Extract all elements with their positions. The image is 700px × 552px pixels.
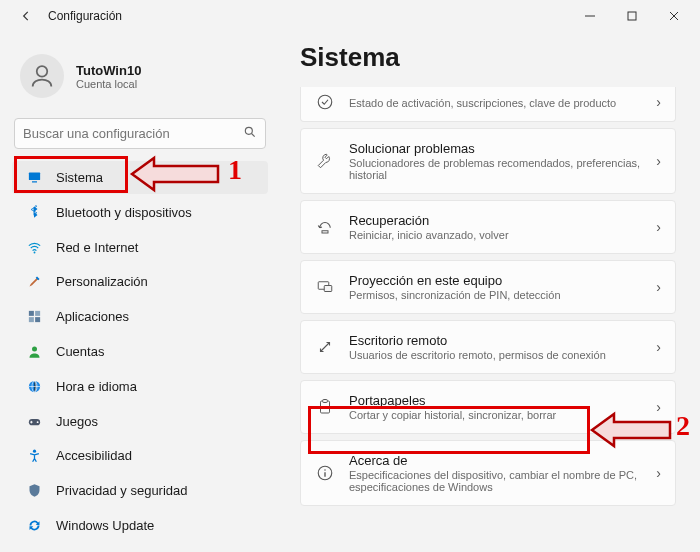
person-icon [26, 344, 42, 360]
sidebar-item-hora[interactable]: Hora e idioma [12, 370, 268, 403]
card-recuperacion[interactable]: Recuperación Reiniciar, inicio avanzado,… [300, 200, 676, 254]
activation-icon [315, 93, 335, 111]
chevron-right-icon: › [656, 339, 661, 355]
card-sub: Especificaciones del dispositivo, cambia… [349, 469, 642, 493]
card-title: Portapapeles [349, 393, 642, 408]
brush-icon [26, 274, 42, 290]
apps-icon [26, 309, 42, 325]
sidebar-item-label: Accesibilidad [56, 448, 132, 463]
card-solucionar[interactable]: Solucionar problemas Solucionadores de p… [300, 128, 676, 194]
sidebar-item-label: Bluetooth y dispositivos [56, 205, 192, 220]
projection-icon [315, 278, 335, 296]
clipboard-icon [315, 398, 335, 416]
svg-point-25 [324, 469, 326, 471]
sidebar-item-label: Cuentas [56, 344, 104, 359]
wifi-icon [26, 239, 42, 255]
sidebar-item-accesibilidad[interactable]: Accesibilidad [12, 440, 268, 473]
svg-rect-23 [323, 400, 328, 403]
main-panel: Sistema Estado de activación, suscripcio… [280, 32, 700, 552]
sidebar-item-label: Privacidad y seguridad [56, 483, 188, 498]
gaming-icon [26, 413, 42, 429]
chevron-right-icon: › [656, 279, 661, 295]
svg-point-2 [37, 66, 48, 77]
back-button[interactable] [16, 6, 36, 26]
chevron-right-icon: › [656, 219, 661, 235]
profile-sub: Cuenta local [76, 78, 141, 90]
sidebar-item-label: Red e Internet [56, 240, 138, 255]
chevron-right-icon: › [656, 399, 661, 415]
svg-rect-11 [35, 317, 40, 322]
minimize-button[interactable] [572, 4, 608, 28]
card-proyeccion[interactable]: Proyección en este equipo Permisos, sinc… [300, 260, 676, 314]
card-sub: Estado de activación, suscripciones, cla… [349, 97, 642, 109]
profile-name: TutoWin10 [76, 63, 141, 78]
sidebar-item-juegos[interactable]: Juegos [12, 405, 268, 438]
card-escritorio-remoto[interactable]: Escritorio remoto Usuarios de escritorio… [300, 320, 676, 374]
bluetooth-icon [26, 204, 42, 220]
maximize-button[interactable] [614, 4, 650, 28]
card-title: Acerca de [349, 453, 642, 468]
svg-point-3 [245, 127, 252, 134]
sidebar-item-sistema[interactable]: Sistema [12, 161, 268, 194]
svg-point-18 [318, 95, 332, 109]
page-title: Sistema [300, 42, 676, 73]
card-sub: Cortar y copiar historial, sincronizar, … [349, 409, 642, 421]
svg-rect-6 [32, 181, 37, 182]
sidebar-item-windowsupdate[interactable]: Windows Update [12, 509, 268, 542]
sidebar-item-cuentas[interactable]: Cuentas [12, 335, 268, 368]
sidebar-item-label: Hora e idioma [56, 379, 137, 394]
sidebar-item-label: Personalización [56, 274, 148, 289]
chevron-right-icon: › [656, 153, 661, 169]
accessibility-icon [26, 448, 42, 464]
globe-clock-icon [26, 378, 42, 394]
troubleshoot-icon [315, 152, 335, 170]
svg-point-17 [32, 450, 35, 453]
chevron-right-icon: › [656, 465, 661, 481]
chevron-right-icon: › [656, 94, 661, 110]
svg-rect-19 [322, 231, 328, 233]
card-title: Escritorio remoto [349, 333, 642, 348]
window-title: Configuración [48, 9, 122, 23]
svg-line-4 [252, 134, 255, 137]
svg-point-12 [32, 347, 37, 352]
profile-block[interactable]: TutoWin10 Cuenta local [12, 36, 268, 116]
recovery-icon [315, 218, 335, 236]
sidebar-item-bluetooth[interactable]: Bluetooth y dispositivos [12, 196, 268, 229]
display-icon [26, 169, 42, 185]
sidebar-item-privacidad[interactable]: Privacidad y seguridad [12, 474, 268, 507]
search-icon [243, 125, 257, 142]
search-input[interactable] [23, 126, 243, 141]
svg-rect-21 [324, 286, 332, 292]
sidebar: TutoWin10 Cuenta local Sistema [0, 32, 280, 552]
svg-rect-9 [35, 311, 40, 316]
sidebar-item-aplicaciones[interactable]: Aplicaciones [12, 300, 268, 333]
svg-rect-8 [28, 311, 33, 316]
sidebar-item-label: Aplicaciones [56, 309, 129, 324]
svg-point-7 [33, 251, 35, 253]
card-title: Proyección en este equipo [349, 273, 642, 288]
svg-rect-10 [28, 317, 33, 322]
close-button[interactable] [656, 4, 692, 28]
shield-icon [26, 483, 42, 499]
titlebar: Configuración [0, 0, 700, 32]
card-title: Recuperación [349, 213, 642, 228]
sidebar-item-personalizacion[interactable]: Personalización [12, 265, 268, 298]
sidebar-item-red[interactable]: Red e Internet [12, 231, 268, 264]
card-sub: Reiniciar, inicio avanzado, volver [349, 229, 642, 241]
card-sub: Solucionadores de problemas recomendados… [349, 157, 642, 181]
info-icon [315, 464, 335, 482]
remote-desktop-icon [315, 338, 335, 356]
search-box[interactable] [14, 118, 266, 149]
card-sub: Usuarios de escritorio remoto, permisos … [349, 349, 642, 361]
svg-rect-5 [28, 172, 39, 180]
sidebar-item-label: Sistema [56, 170, 103, 185]
svg-point-16 [36, 421, 38, 423]
sidebar-item-label: Juegos [56, 414, 98, 429]
card-sub: Permisos, sincronización de PIN, detecci… [349, 289, 642, 301]
card-acerca-de[interactable]: Acerca de Especificaciones del dispositi… [300, 440, 676, 506]
card-portapapeles[interactable]: Portapapeles Cortar y copiar historial, … [300, 380, 676, 434]
svg-rect-1 [628, 12, 636, 20]
update-icon [26, 518, 42, 534]
card-title: Solucionar problemas [349, 141, 642, 156]
card-activacion[interactable]: Estado de activación, suscripciones, cla… [300, 87, 676, 122]
